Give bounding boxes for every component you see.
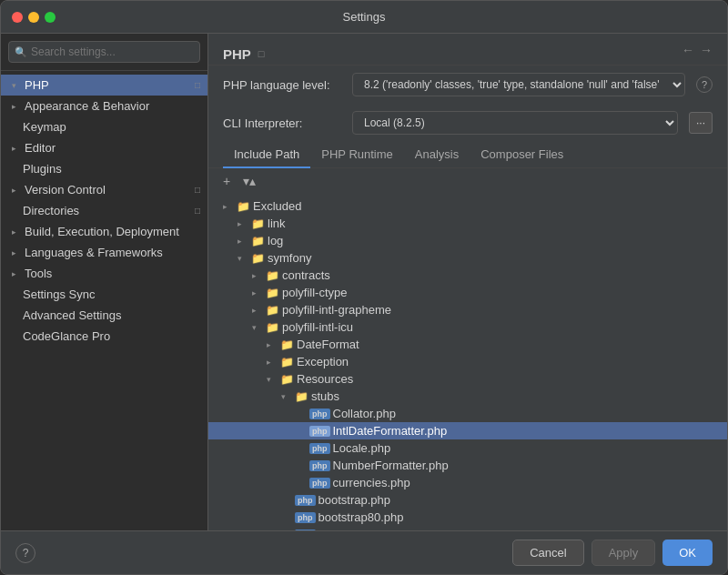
sidebar-item-languages[interactable]: ▸ Languages & Frameworks bbox=[1, 242, 207, 263]
settings-window: Settings 🔍 ▾ PHP □ ▸ Appea bbox=[0, 0, 728, 575]
minimize-button[interactable] bbox=[28, 12, 39, 23]
php-badge: php bbox=[295, 512, 316, 523]
apply-button[interactable]: Apply bbox=[592, 540, 656, 566]
tab-php-runtime[interactable]: PHP Runtime bbox=[310, 142, 404, 168]
tree-toolbar: + ▾▴ bbox=[208, 168, 727, 194]
language-level-row: PHP language level: 8.2 ('readonly' clas… bbox=[208, 66, 727, 104]
tree-item-collator-php[interactable]: php Collator.php bbox=[208, 405, 727, 422]
sidebar-item-label: Version Control bbox=[25, 183, 106, 197]
tree-item-collator2-php[interactable]: php Collator.php bbox=[208, 526, 727, 530]
php-badge: php bbox=[309, 426, 330, 437]
tree-item-polyfill-intl-icu[interactable]: ▾ 📁 polyfill-intl-icu bbox=[208, 318, 727, 336]
sidebar-item-codeglance[interactable]: CodeGlance Pro bbox=[1, 326, 207, 347]
folder-icon: 📁 bbox=[237, 200, 250, 213]
panel-header: PHP □ ← → bbox=[208, 34, 727, 66]
tree-item-label: currencies.php bbox=[333, 476, 410, 489]
php-badge: php bbox=[309, 460, 330, 471]
tree-item-label: polyfill-intl-icu bbox=[282, 320, 353, 334]
sidebar-tree: ▾ PHP □ ▸ Appearance & Behavior Keymap ▸… bbox=[1, 71, 207, 530]
tab-composer-files[interactable]: Composer Files bbox=[470, 142, 574, 168]
sidebar-item-label: Appearance & Behavior bbox=[25, 99, 149, 113]
sidebar-item-tools[interactable]: ▸ Tools bbox=[1, 263, 207, 284]
sidebar-item-advanced[interactable]: Advanced Settings bbox=[1, 305, 207, 326]
tree-area: ▸ 📁 Excluded ▸ 📁 link ▸ 📁 log ▾ 📁 bbox=[208, 194, 727, 530]
cancel-button[interactable]: Cancel bbox=[512, 540, 583, 566]
folder-icon: 📁 bbox=[280, 356, 294, 368]
tree-item-dateformat[interactable]: ▸ 📁 DateFormat bbox=[208, 336, 727, 353]
tree-item-exception[interactable]: ▸ 📁 Exception bbox=[208, 353, 727, 370]
folder-icon: 📁 bbox=[266, 321, 279, 334]
sidebar-item-keymap[interactable]: Keymap bbox=[1, 116, 207, 137]
cli-interpreter-row: CLI Interpreter: Local (8.2.5) ··· bbox=[208, 104, 727, 142]
sidebar-item-plugins[interactable]: Plugins bbox=[1, 158, 207, 179]
tabs-bar: Include Path PHP Runtime Analysis Compos… bbox=[208, 142, 727, 168]
sidebar-item-build[interactable]: ▸ Build, Execution, Deployment bbox=[1, 221, 207, 242]
sidebar-item-label: Directories bbox=[23, 204, 79, 217]
tree-item-polyfill-intl-grapheme[interactable]: ▸ 📁 polyfill-intl-grapheme bbox=[208, 301, 727, 318]
sidebar-item-label: PHP bbox=[25, 78, 49, 92]
footer-buttons: Cancel Apply OK bbox=[512, 540, 713, 566]
php-badge: php bbox=[309, 409, 330, 419]
search-input[interactable] bbox=[8, 41, 200, 63]
tree-chevron-icon: ▾ bbox=[238, 254, 248, 263]
sidebar-item-label: Advanced Settings bbox=[23, 308, 121, 322]
tree-item-label: Collator.php bbox=[318, 528, 381, 530]
panel-pin-icon: □ bbox=[258, 48, 265, 59]
tree-item-label: DateFormat bbox=[297, 338, 359, 351]
folder-icon: 📁 bbox=[266, 287, 279, 299]
tab-analysis[interactable]: Analysis bbox=[404, 142, 470, 168]
tree-item-resources[interactable]: ▾ 📁 Resources bbox=[208, 370, 727, 388]
sidebar-item-php[interactable]: ▾ PHP □ bbox=[1, 75, 207, 96]
language-level-select[interactable]: 8.2 ('readonly' classes, 'true' type, st… bbox=[352, 73, 685, 96]
sidebar-item-label: Languages & Frameworks bbox=[25, 246, 163, 259]
close-button[interactable] bbox=[12, 12, 23, 23]
tree-item-excluded[interactable]: ▸ 📁 Excluded bbox=[208, 197, 727, 215]
tree-item-link[interactable]: ▸ 📁 link bbox=[208, 215, 727, 232]
forward-arrow-button[interactable]: → bbox=[700, 43, 713, 57]
php-badge: php bbox=[295, 495, 316, 506]
cli-interpreter-select[interactable]: Local (8.2.5) bbox=[352, 111, 678, 135]
maximize-button[interactable] bbox=[45, 12, 56, 23]
tree-item-contracts[interactable]: ▸ 📁 contracts bbox=[208, 267, 727, 284]
ok-button[interactable]: OK bbox=[662, 540, 713, 566]
sidebar-item-version-control[interactable]: ▸ Version Control □ bbox=[1, 179, 207, 200]
tree-item-label: polyfill-intl-grapheme bbox=[282, 303, 391, 317]
main-content: 🔍 ▾ PHP □ ▸ Appearance & Behavior bbox=[1, 34, 727, 530]
sidebar-item-directories[interactable]: Directories □ bbox=[1, 200, 207, 221]
tree-item-label: stubs bbox=[311, 389, 339, 403]
footer: ? Cancel Apply OK bbox=[1, 530, 727, 574]
sidebar-item-label: Plugins bbox=[23, 162, 62, 176]
pin-icon: □ bbox=[195, 185, 200, 195]
chevron-icon: ▸ bbox=[12, 102, 21, 111]
php-badge: php bbox=[309, 478, 330, 489]
tree-item-label: symfony bbox=[268, 251, 311, 265]
folder-icon: 📁 bbox=[295, 390, 308, 403]
collapse-all-button[interactable]: ▾▴ bbox=[239, 172, 259, 190]
folder-icon: 📁 bbox=[280, 338, 294, 351]
language-level-help-button[interactable]: ? bbox=[696, 76, 713, 93]
tree-item-number-formatter-php[interactable]: php NumberFormatter.php bbox=[208, 457, 727, 474]
cli-interpreter-more-button[interactable]: ··· bbox=[689, 112, 713, 134]
tree-item-log[interactable]: ▸ 📁 log bbox=[208, 232, 727, 249]
sidebar-item-appearance[interactable]: ▸ Appearance & Behavior bbox=[1, 96, 207, 116]
sidebar-item-settings-sync[interactable]: Settings Sync bbox=[1, 284, 207, 305]
footer-help-button[interactable]: ? bbox=[15, 543, 35, 563]
tab-include-path[interactable]: Include Path bbox=[223, 142, 310, 168]
tree-item-label: IntlDateFormatter.php bbox=[333, 424, 448, 438]
tree-item-stubs[interactable]: ▾ 📁 stubs bbox=[208, 388, 727, 405]
tree-item-bootstrap80-php[interactable]: php bootstrap80.php bbox=[208, 509, 727, 526]
right-panel: PHP □ ← → PHP language level: 8.2 ('read… bbox=[208, 34, 727, 530]
add-path-button[interactable]: + bbox=[219, 172, 234, 190]
tree-item-currencies-php[interactable]: php currencies.php bbox=[208, 474, 727, 491]
chevron-icon: ▸ bbox=[12, 144, 21, 153]
tree-item-symfony[interactable]: ▾ 📁 symfony bbox=[208, 249, 727, 267]
tree-item-intl-date-formatter[interactable]: php IntlDateFormatter.php bbox=[208, 422, 727, 439]
tree-item-bootstrap-php[interactable]: php bootstrap.php bbox=[208, 491, 727, 509]
tree-item-polyfill-ctype[interactable]: ▸ 📁 polyfill-ctype bbox=[208, 284, 727, 301]
back-arrow-button[interactable]: ← bbox=[682, 43, 694, 57]
tree-item-locale-php[interactable]: php Locale.php bbox=[208, 439, 727, 457]
chevron-icon: ▸ bbox=[12, 248, 21, 257]
php-badge: php bbox=[309, 443, 330, 454]
sidebar-item-editor[interactable]: ▸ Editor bbox=[1, 137, 207, 158]
cli-interpreter-label: CLI Interpreter: bbox=[223, 116, 341, 130]
